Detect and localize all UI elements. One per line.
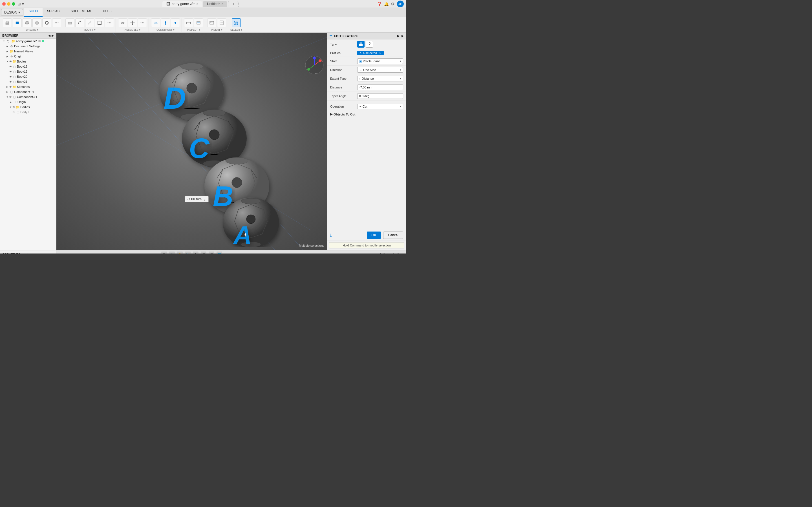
eye-icon[interactable]: 👁 xyxy=(9,75,12,78)
view-gizmo[interactable]: X Y Z TOP xyxy=(305,55,321,72)
cancel-button[interactable]: Cancel xyxy=(383,231,403,239)
modify-shell-btn[interactable] xyxy=(95,18,104,27)
tree-item-component1[interactable]: ▶ ▢ Component1:1 xyxy=(0,89,56,94)
comments-more-icon[interactable]: ▶ xyxy=(28,252,30,253)
assemble-more-btn[interactable] xyxy=(138,18,147,27)
browser-more-icon[interactable]: ▶ xyxy=(52,34,54,37)
modify-press-pull-btn[interactable] xyxy=(65,18,74,27)
construct-plane-btn[interactable] xyxy=(151,18,160,27)
modify-fillet-btn[interactable] xyxy=(75,18,84,27)
grid-settings-icon[interactable]: ⊞ xyxy=(161,251,167,254)
eye-icon[interactable]: 👁 xyxy=(12,111,15,114)
view-options-icon[interactable]: 👁 xyxy=(193,251,199,254)
eye-icon[interactable]: 👁 xyxy=(9,96,12,99)
tab-tools[interactable]: TOOLS xyxy=(96,8,116,17)
tab-close-icon[interactable]: × xyxy=(196,2,198,5)
zoom-icon[interactable]: 🔍 xyxy=(185,251,191,254)
pan-icon[interactable]: ✋ xyxy=(177,251,183,254)
display-mode-icon[interactable]: ▣ xyxy=(201,251,206,254)
tree-item-origin-1[interactable]: ▶ ✛ Origin xyxy=(0,54,56,59)
minimize-button[interactable] xyxy=(7,2,10,6)
panel-expand-icon[interactable]: ▶ xyxy=(397,34,400,38)
camera-icon[interactable]: 📷 xyxy=(169,251,175,254)
taper-angle-input[interactable] xyxy=(357,93,403,99)
inspect-section-btn[interactable] xyxy=(194,18,203,27)
tree-item-bodies[interactable]: ▼ 👁 📁 Bodies xyxy=(0,59,56,64)
tree-item-sketches[interactable]: ▶ 👁 📁 Sketches xyxy=(0,84,56,89)
tree-item-doc-settings[interactable]: ▶ ⚙ Document Settings xyxy=(0,44,56,49)
construct-point-btn[interactable] xyxy=(171,18,180,27)
assemble-move-btn[interactable] xyxy=(128,18,137,27)
type-extrude-btn[interactable] xyxy=(357,41,364,48)
eye-icon[interactable]: 👁 xyxy=(9,60,12,63)
ok-button[interactable]: OK xyxy=(367,231,380,239)
tree-item-root[interactable]: ▼ ⬡ 📁 sorry game v7 👁 xyxy=(0,39,56,44)
assemble-joint-btn[interactable] xyxy=(118,18,127,27)
tab-untitled-close-icon[interactable]: × xyxy=(221,2,223,5)
distance-badge-menu-icon[interactable]: ⋮ xyxy=(203,197,206,201)
select-btn[interactable] xyxy=(232,18,241,27)
user-avatar[interactable]: JP xyxy=(397,1,404,7)
create-extrude-btn[interactable] xyxy=(3,18,12,27)
tree-item-bodies-2[interactable]: ▼ 👁 📁 Bodies xyxy=(0,105,56,110)
tree-item-named-views[interactable]: ▶ 📁 Named Views xyxy=(0,49,56,54)
tab-surface[interactable]: SURFACE xyxy=(43,8,66,17)
tree-item-body20[interactable]: 👁 ▢ Body20 xyxy=(0,74,56,79)
tree-item-body18[interactable]: 👁 ▢ Body18 xyxy=(0,64,56,69)
info-dot-icon xyxy=(42,40,44,42)
eye-icon[interactable]: 👁 xyxy=(9,86,12,89)
tree-item-component3[interactable]: ▼ 👁 ▢ Component3:1 xyxy=(0,94,56,100)
create-more-btn[interactable] xyxy=(52,18,61,27)
app-menu-icon[interactable]: ▾ xyxy=(22,2,24,6)
tab-active[interactable]: 🔲 sorry game v8* × xyxy=(162,1,202,7)
new-tab-button[interactable]: + xyxy=(228,1,239,7)
modify-chamfer-btn[interactable] xyxy=(85,18,94,27)
create-sphere-btn[interactable] xyxy=(33,18,42,27)
design-dropdown-button[interactable]: DESIGN ▾ xyxy=(1,9,23,16)
distance-badge[interactable]: -7.00 mm ⋮ xyxy=(185,196,209,202)
maximize-button[interactable] xyxy=(12,2,15,6)
tree-item-body1[interactable]: 👁 ▢ Body1 xyxy=(0,110,56,115)
type-revolve-btn[interactable] xyxy=(366,41,373,48)
extent-type-dropdown[interactable]: ↕ Distance ▾ xyxy=(357,76,403,81)
profiles-badge[interactable]: ↖ 4 selected ✕ xyxy=(357,51,384,55)
notification-icon[interactable]: 🔔 xyxy=(384,2,389,6)
objects-to-cut-toggle[interactable]: ▶ Objects To Cut xyxy=(327,111,406,117)
viewport[interactable]: D C B A X Y Z xyxy=(56,33,327,250)
eye-icon[interactable]: 👁 xyxy=(9,80,12,83)
insert-image-btn[interactable] xyxy=(207,18,216,27)
info-icon[interactable]: ℹ xyxy=(330,233,332,237)
tab-solid[interactable]: SOLID xyxy=(24,8,43,17)
browser-collapse-icon[interactable]: ◀ xyxy=(48,34,50,37)
direction-dropdown[interactable]: → One Side ▾ xyxy=(357,67,403,73)
create-cylinder-btn[interactable] xyxy=(22,18,32,27)
eye-icon[interactable]: 👁 xyxy=(9,70,12,73)
operation-dropdown[interactable]: ✂ Cut ▾ xyxy=(357,104,403,109)
app-grid-icon[interactable]: ⊞ xyxy=(17,2,21,6)
distance-input[interactable] xyxy=(357,84,403,90)
environment-icon[interactable]: 🌐 xyxy=(216,251,222,254)
tree-item-body21[interactable]: 👁 ▢ Body21 xyxy=(0,79,56,84)
tree-item-body19[interactable]: 👁 ▢ Body19 xyxy=(0,69,56,74)
create-torus-btn[interactable] xyxy=(42,18,51,27)
comments-collapse-icon[interactable]: ▼ xyxy=(22,252,26,253)
profiles-clear-icon[interactable]: ✕ xyxy=(379,52,382,55)
inspect-measure-btn[interactable] xyxy=(184,18,193,27)
tab-untitled[interactable]: Untitled* × xyxy=(203,1,227,7)
start-dropdown[interactable]: ▣ Profile Plane ▾ xyxy=(357,58,403,64)
modify-more-btn[interactable] xyxy=(105,18,114,27)
footer-row: ℹ OK Cancel xyxy=(327,230,406,240)
grid-icon[interactable]: ▦ xyxy=(209,251,214,254)
help-icon[interactable]: ❓ xyxy=(377,2,382,6)
create-box-btn[interactable] xyxy=(13,18,22,27)
close-button[interactable] xyxy=(2,2,6,6)
eye-icon[interactable]: 👁 xyxy=(38,40,41,43)
tree-item-origin-2[interactable]: ▶ ✛ Origin xyxy=(0,100,56,105)
panel-more-icon[interactable]: ▶ xyxy=(402,34,404,38)
eye-icon[interactable]: 👁 xyxy=(9,65,12,68)
tab-sheet-metal[interactable]: SHEET METAL xyxy=(66,8,96,17)
construct-axis-btn[interactable] xyxy=(161,18,170,27)
settings-icon[interactable]: ⚙ xyxy=(391,2,395,6)
insert-dxf-btn[interactable] xyxy=(217,18,226,27)
eye-icon[interactable]: 👁 xyxy=(12,106,15,109)
